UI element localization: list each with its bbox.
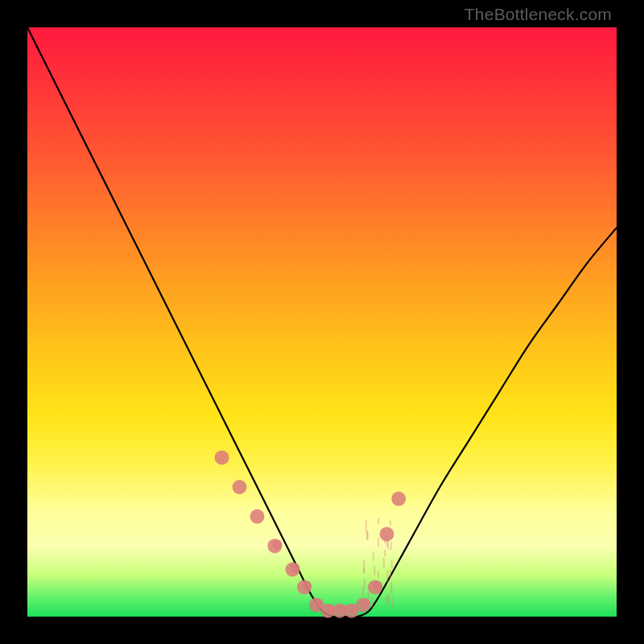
- svg-rect-13: [372, 598, 374, 608]
- svg-rect-8: [391, 559, 393, 568]
- marker-dot: [233, 480, 247, 494]
- svg-rect-23: [367, 531, 369, 539]
- marker-dot: [380, 527, 394, 542]
- svg-rect-17: [390, 570, 391, 579]
- svg-rect-14: [364, 579, 365, 588]
- watermark-text: TheBottleneck.com: [464, 5, 612, 24]
- svg-rect-3: [378, 518, 379, 524]
- plot-area: [27, 27, 617, 617]
- chart-svg: [27, 27, 617, 617]
- marker-dot: [215, 450, 229, 464]
- marker-dot: [373, 580, 382, 590]
- marker-dot: [272, 539, 282, 549]
- svg-rect-24: [390, 542, 392, 550]
- svg-rect-16: [383, 558, 385, 568]
- svg-rect-21: [374, 566, 375, 575]
- chart-frame: TheBottleneck.com: [0, 0, 644, 644]
- bottleneck-curve: [27, 27, 617, 617]
- marker-dot: [361, 598, 370, 608]
- svg-rect-28: [362, 588, 364, 597]
- svg-rect-11: [392, 597, 394, 608]
- svg-rect-20: [363, 568, 365, 574]
- svg-rect-12: [387, 594, 389, 602]
- marker-dot: [391, 492, 406, 506]
- svg-rect-1: [378, 538, 379, 547]
- svg-rect-27: [373, 551, 374, 561]
- curve-group: [27, 27, 617, 618]
- marker-dot: [250, 510, 265, 524]
- svg-rect-0: [390, 582, 392, 593]
- svg-rect-29: [365, 520, 367, 532]
- svg-rect-4: [378, 571, 379, 578]
- svg-rect-9: [384, 550, 386, 556]
- marker-dot: [290, 563, 299, 572]
- svg-rect-10: [386, 571, 388, 583]
- marker-dot: [302, 580, 312, 590]
- svg-rect-15: [390, 521, 391, 526]
